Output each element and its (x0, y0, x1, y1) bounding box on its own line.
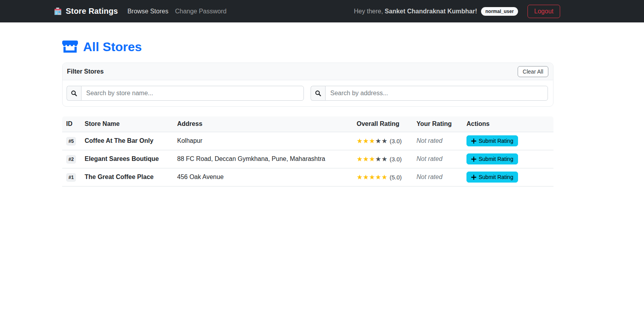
star-filled-icon: ★ (363, 174, 369, 181)
store-name: Elegant Sarees Boutique (81, 150, 173, 168)
star-filled-icon: ★ (363, 137, 369, 145)
your-rating-status: Not rated (416, 174, 442, 180)
page-heading: All Stores (62, 40, 553, 54)
filter-card-header: Filter Stores Clear All (63, 63, 553, 80)
store-address: 88 FC Road, Deccan Gymkhana, Pune, Mahar… (173, 150, 353, 168)
filter-card: Filter Stores Clear All (62, 63, 553, 107)
store-id-badge: #1 (66, 173, 76, 182)
star-filled-icon: ★ (357, 137, 363, 145)
star-rating-icons: ★★★★★ (357, 137, 388, 145)
nav-link-change-password[interactable]: Change Password (175, 8, 227, 15)
plus-icon (471, 157, 476, 162)
logout-button[interactable]: Logout (527, 5, 560, 18)
brand[interactable]: Store Ratings (54, 7, 118, 16)
star-filled-icon: ★ (369, 137, 376, 145)
storefront-icon (62, 41, 78, 54)
star-filled-icon: ★ (357, 174, 363, 181)
address-search-group (311, 86, 548, 101)
search-icon (67, 86, 81, 101)
star-filled-icon: ★ (357, 155, 363, 163)
filter-card-body (63, 80, 553, 106)
role-badge: normal_user (481, 7, 518, 16)
clear-all-button[interactable]: Clear All (518, 66, 548, 77)
header-your-rating: Your Rating (413, 116, 463, 132)
store-name-search-group (67, 86, 304, 101)
star-empty-icon: ★ (375, 155, 381, 163)
store-address: 456 Oak Avenue (173, 168, 353, 186)
search-address-input[interactable] (325, 86, 548, 101)
star-filled-icon: ★ (369, 174, 376, 181)
submit-rating-label: Submit Rating (479, 174, 513, 180)
submit-rating-button[interactable]: Submit Rating (466, 135, 518, 146)
store-id-badge: #5 (66, 137, 76, 146)
submit-rating-label: Submit Rating (479, 138, 513, 144)
search-store-name-input[interactable] (81, 86, 304, 101)
header-store-name: Store Name (81, 116, 173, 132)
table-row: #1 The Great Coffee Place 456 Oak Avenue… (62, 168, 553, 186)
star-empty-icon: ★ (381, 155, 388, 163)
your-rating-status: Not rated (416, 155, 442, 162)
star-empty-icon: ★ (375, 137, 381, 145)
table-row: #5 Coffee At The Bar Only Kolhapur ★★★★★… (62, 132, 553, 150)
table-body: #5 Coffee At The Bar Only Kolhapur ★★★★★… (62, 132, 553, 186)
store-id-badge: #2 (66, 155, 76, 164)
greeting-prefix: Hey there, (354, 8, 385, 15)
navbar: Store Ratings Browse Stores Change Passw… (0, 0, 644, 22)
star-filled-icon: ★ (375, 174, 381, 181)
table-header: ID Store Name Address Overall Rating You… (62, 116, 553, 132)
store-emoji-icon (54, 7, 62, 16)
nav-link-browse-stores[interactable]: Browse Stores (128, 8, 168, 15)
star-rating-icons: ★★★★★ (357, 155, 388, 163)
search-icon (311, 86, 325, 101)
table-row: #2 Elegant Sarees Boutique 88 FC Road, D… (62, 150, 553, 168)
submit-rating-button[interactable]: Submit Rating (466, 172, 518, 183)
nav-links: Browse Stores Change Password (128, 8, 227, 15)
header-id: ID (62, 116, 81, 132)
star-filled-icon: ★ (369, 155, 376, 163)
your-rating-status: Not rated (416, 137, 442, 144)
rating-value: (3.0) (390, 138, 402, 144)
rating-value: (3.0) (390, 156, 402, 162)
star-empty-icon: ★ (381, 137, 388, 145)
page-title: All Stores (83, 40, 142, 54)
plus-icon (471, 138, 476, 144)
stores-table: ID Store Name Address Overall Rating You… (62, 116, 553, 186)
submit-rating-label: Submit Rating (479, 156, 513, 162)
star-filled-icon: ★ (381, 174, 388, 181)
plus-icon (471, 175, 476, 180)
store-address: Kolhapur (173, 132, 353, 150)
user-name: Sanket Chandraknat Kumbhar! (385, 8, 477, 15)
filter-title: Filter Stores (67, 68, 104, 75)
app-title: Store Ratings (66, 7, 118, 16)
header-overall-rating: Overall Rating (353, 116, 413, 132)
header-address: Address (173, 116, 353, 132)
main-content: All Stores Filter Stores Clear All (62, 40, 553, 186)
submit-rating-button[interactable]: Submit Rating (466, 153, 518, 164)
store-name: Coffee At The Bar Only (81, 132, 173, 150)
greeting: Hey there, Sanket Chandraknat Kumbhar! (354, 8, 477, 15)
star-rating-icons: ★★★★★ (357, 174, 388, 181)
rating-value: (5.0) (390, 174, 402, 181)
star-filled-icon: ★ (363, 155, 369, 163)
header-actions: Actions (463, 116, 553, 132)
store-name: The Great Coffee Place (81, 168, 173, 186)
